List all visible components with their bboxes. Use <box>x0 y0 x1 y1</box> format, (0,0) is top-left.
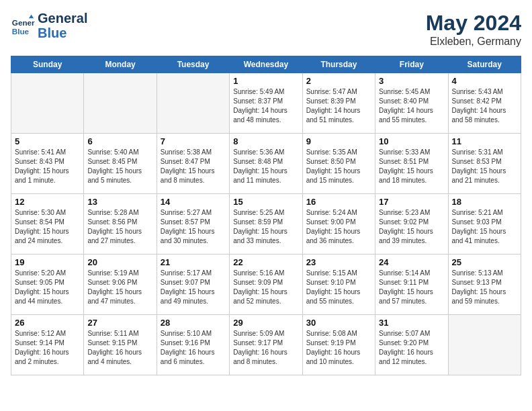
calendar-cell: 30Sunrise: 5:08 AM Sunset: 9:19 PM Dayli… <box>302 315 375 375</box>
calendar-cell <box>84 73 157 134</box>
day-number: 12 <box>15 197 80 207</box>
calendar-table: SundayMondayTuesdayWednesdayThursdayFrid… <box>11 56 521 375</box>
calendar-cell: 10Sunrise: 5:33 AM Sunset: 8:51 PM Dayli… <box>375 134 448 194</box>
calendar-week-row: 1Sunrise: 5:49 AM Sunset: 8:37 PM Daylig… <box>11 73 521 134</box>
calendar-cell <box>448 315 521 375</box>
day-number: 6 <box>87 136 152 146</box>
day-number: 9 <box>306 136 371 146</box>
day-number: 26 <box>15 318 80 328</box>
weekday-header-row: SundayMondayTuesdayWednesdayThursdayFrid… <box>11 56 521 73</box>
weekday-header-friday: Friday <box>375 56 448 73</box>
day-number: 5 <box>15 136 80 146</box>
day-info: Sunrise: 5:21 AM Sunset: 9:03 PM Dayligh… <box>452 208 517 246</box>
calendar-cell: 5Sunrise: 5:41 AM Sunset: 8:43 PM Daylig… <box>11 134 84 194</box>
day-number: 2 <box>306 76 371 86</box>
calendar-cell: 16Sunrise: 5:24 AM Sunset: 9:00 PM Dayli… <box>302 194 375 255</box>
calendar-cell: 11Sunrise: 5:31 AM Sunset: 8:53 PM Dayli… <box>448 134 521 194</box>
calendar-cell: 17Sunrise: 5:23 AM Sunset: 9:02 PM Dayli… <box>375 194 448 255</box>
day-info: Sunrise: 5:12 AM Sunset: 9:14 PM Dayligh… <box>15 329 80 367</box>
calendar-cell: 3Sunrise: 5:45 AM Sunset: 8:40 PM Daylig… <box>375 73 448 134</box>
day-number: 24 <box>379 257 444 267</box>
calendar-cell: 24Sunrise: 5:14 AM Sunset: 9:11 PM Dayli… <box>375 255 448 315</box>
calendar-cell: 27Sunrise: 5:11 AM Sunset: 9:15 PM Dayli… <box>84 315 157 375</box>
weekday-header-thursday: Thursday <box>302 56 375 73</box>
day-info: Sunrise: 5:17 AM Sunset: 9:07 PM Dayligh… <box>161 269 226 306</box>
day-info: Sunrise: 5:27 AM Sunset: 8:57 PM Dayligh… <box>161 208 226 246</box>
day-info: Sunrise: 5:19 AM Sunset: 9:06 PM Dayligh… <box>87 269 152 306</box>
day-info: Sunrise: 5:35 AM Sunset: 8:50 PM Dayligh… <box>306 148 371 185</box>
day-info: Sunrise: 5:13 AM Sunset: 9:13 PM Dayligh… <box>452 269 517 306</box>
day-info: Sunrise: 5:11 AM Sunset: 9:15 PM Dayligh… <box>87 329 152 367</box>
day-info: Sunrise: 5:24 AM Sunset: 9:00 PM Dayligh… <box>306 208 371 246</box>
calendar-cell: 13Sunrise: 5:28 AM Sunset: 8:56 PM Dayli… <box>84 194 157 255</box>
day-number: 11 <box>452 136 517 146</box>
day-info: Sunrise: 5:40 AM Sunset: 8:45 PM Dayligh… <box>87 148 152 185</box>
day-number: 21 <box>161 257 226 267</box>
calendar-cell: 21Sunrise: 5:17 AM Sunset: 9:07 PM Dayli… <box>157 255 229 315</box>
calendar-cell: 26Sunrise: 5:12 AM Sunset: 9:14 PM Dayli… <box>11 315 84 375</box>
day-number: 28 <box>161 318 226 328</box>
day-info: Sunrise: 5:28 AM Sunset: 8:56 PM Dayligh… <box>87 208 152 246</box>
logo-text: General Blue <box>38 11 87 40</box>
calendar-cell: 20Sunrise: 5:19 AM Sunset: 9:06 PM Dayli… <box>84 255 157 315</box>
calendar-cell: 31Sunrise: 5:07 AM Sunset: 9:20 PM Dayli… <box>375 315 448 375</box>
weekday-header-wednesday: Wednesday <box>230 56 302 73</box>
day-number: 10 <box>379 136 444 146</box>
calendar-week-row: 5Sunrise: 5:41 AM Sunset: 8:43 PM Daylig… <box>11 134 521 194</box>
calendar-cell <box>11 73 84 134</box>
day-info: Sunrise: 5:23 AM Sunset: 9:02 PM Dayligh… <box>379 208 444 246</box>
day-number: 25 <box>452 257 517 267</box>
day-number: 3 <box>379 76 444 86</box>
calendar-cell: 7Sunrise: 5:38 AM Sunset: 8:47 PM Daylig… <box>157 134 229 194</box>
calendar-cell: 23Sunrise: 5:15 AM Sunset: 9:10 PM Dayli… <box>302 255 375 315</box>
day-info: Sunrise: 5:09 AM Sunset: 9:17 PM Dayligh… <box>233 329 298 367</box>
day-info: Sunrise: 5:25 AM Sunset: 8:59 PM Dayligh… <box>233 208 298 246</box>
title-block: May 2024 Elxleben, Germany <box>426 11 521 48</box>
calendar-week-row: 19Sunrise: 5:20 AM Sunset: 9:05 PM Dayli… <box>11 255 521 315</box>
day-info: Sunrise: 5:20 AM Sunset: 9:05 PM Dayligh… <box>15 269 80 306</box>
day-number: 13 <box>87 197 152 207</box>
calendar-cell <box>157 73 229 134</box>
calendar-cell: 29Sunrise: 5:09 AM Sunset: 9:17 PM Dayli… <box>230 315 302 375</box>
day-info: Sunrise: 5:08 AM Sunset: 9:19 PM Dayligh… <box>306 329 371 367</box>
calendar-cell: 9Sunrise: 5:35 AM Sunset: 8:50 PM Daylig… <box>302 134 375 194</box>
svg-text:General: General <box>12 18 35 27</box>
calendar-cell: 19Sunrise: 5:20 AM Sunset: 9:05 PM Dayli… <box>11 255 84 315</box>
calendar-cell: 15Sunrise: 5:25 AM Sunset: 8:59 PM Dayli… <box>230 194 302 255</box>
month-year: May 2024 <box>426 11 521 36</box>
day-info: Sunrise: 5:47 AM Sunset: 8:39 PM Dayligh… <box>306 87 371 125</box>
day-number: 17 <box>379 197 444 207</box>
location: Elxleben, Germany <box>426 36 521 48</box>
day-info: Sunrise: 5:45 AM Sunset: 8:40 PM Dayligh… <box>379 87 444 125</box>
day-info: Sunrise: 5:30 AM Sunset: 8:54 PM Dayligh… <box>15 208 80 246</box>
page-header: General Blue General Blue May 2024 Elxle… <box>11 11 521 48</box>
day-info: Sunrise: 5:15 AM Sunset: 9:10 PM Dayligh… <box>306 269 371 306</box>
day-info: Sunrise: 5:41 AM Sunset: 8:43 PM Dayligh… <box>15 148 80 185</box>
calendar-cell: 18Sunrise: 5:21 AM Sunset: 9:03 PM Dayli… <box>448 194 521 255</box>
day-number: 27 <box>87 318 152 328</box>
day-info: Sunrise: 5:36 AM Sunset: 8:48 PM Dayligh… <box>233 148 298 185</box>
day-info: Sunrise: 5:33 AM Sunset: 8:51 PM Dayligh… <box>379 148 444 185</box>
day-number: 15 <box>233 197 298 207</box>
day-info: Sunrise: 5:10 AM Sunset: 9:16 PM Dayligh… <box>161 329 226 367</box>
weekday-header-monday: Monday <box>84 56 157 73</box>
calendar-cell: 8Sunrise: 5:36 AM Sunset: 8:48 PM Daylig… <box>230 134 302 194</box>
day-number: 20 <box>87 257 152 267</box>
logo-icon: General Blue <box>11 13 35 38</box>
calendar-cell: 22Sunrise: 5:16 AM Sunset: 9:09 PM Dayli… <box>230 255 302 315</box>
day-number: 19 <box>15 257 80 267</box>
day-number: 8 <box>233 136 298 146</box>
day-number: 1 <box>233 76 298 86</box>
svg-marker-2 <box>29 15 34 18</box>
day-info: Sunrise: 5:38 AM Sunset: 8:47 PM Dayligh… <box>161 148 226 185</box>
calendar-cell: 2Sunrise: 5:47 AM Sunset: 8:39 PM Daylig… <box>302 73 375 134</box>
calendar-week-row: 12Sunrise: 5:30 AM Sunset: 8:54 PM Dayli… <box>11 194 521 255</box>
day-number: 23 <box>306 257 371 267</box>
calendar-cell: 4Sunrise: 5:43 AM Sunset: 8:42 PM Daylig… <box>448 73 521 134</box>
day-info: Sunrise: 5:49 AM Sunset: 8:37 PM Dayligh… <box>233 87 298 125</box>
day-number: 4 <box>452 76 517 86</box>
calendar-week-row: 26Sunrise: 5:12 AM Sunset: 9:14 PM Dayli… <box>11 315 521 375</box>
calendar-cell: 1Sunrise: 5:49 AM Sunset: 8:37 PM Daylig… <box>230 73 302 134</box>
day-number: 22 <box>233 257 298 267</box>
day-info: Sunrise: 5:31 AM Sunset: 8:53 PM Dayligh… <box>452 148 517 185</box>
